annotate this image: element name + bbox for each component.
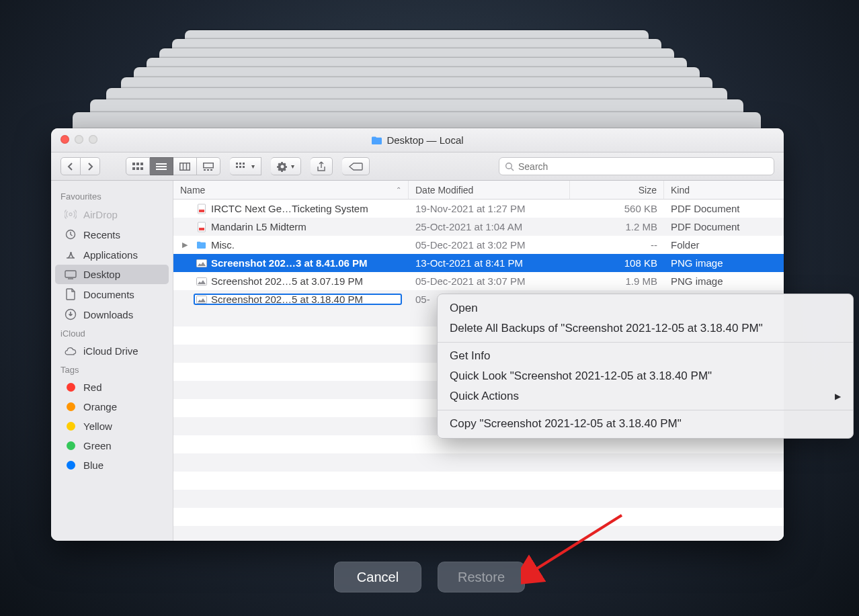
forward-button[interactable] — [81, 157, 100, 175]
restore-button[interactable]: Restore — [438, 562, 525, 592]
svg-point-22 — [506, 163, 512, 169]
sidebar-heading: iCloud — [51, 324, 173, 341]
view-switcher — [126, 157, 220, 175]
back-button[interactable] — [60, 157, 81, 175]
menu-item[interactable]: Quick Actions▶ — [438, 386, 853, 406]
file-size: 1.9 MB — [570, 275, 664, 287]
sidebar-item-label: Blue — [83, 459, 104, 471]
downloads-icon — [65, 308, 77, 320]
svg-rect-12 — [204, 163, 214, 167]
file-row[interactable]: Mandarin L5 Midterm25-Oct-2021 at 1:04 A… — [173, 218, 784, 236]
sidebar-item-label: Yellow — [83, 421, 112, 432]
disclosure-triangle-icon[interactable]: ▶ — [180, 240, 190, 249]
menu-item[interactable]: Quick Look "Screenshot 2021-12-05 at 3.1… — [438, 366, 853, 386]
file-kind: PNG image — [664, 257, 784, 269]
search-input[interactable] — [518, 161, 768, 172]
file-row[interactable]: Screenshot 202…3 at 8.41.06 PM13-Oct-202… — [173, 254, 784, 272]
documents-icon — [65, 288, 77, 300]
column-view-button[interactable] — [173, 157, 197, 175]
desktop-icon — [65, 270, 77, 279]
file-date: 05-Dec-2021 at 3:07 PM — [409, 275, 570, 287]
tag-dot-icon — [65, 441, 77, 450]
menu-item-label: Delete All Backups of "Screenshot 2021-1… — [450, 322, 763, 335]
file-size: 108 KB — [570, 257, 664, 269]
svg-rect-31 — [199, 210, 204, 212]
file-size: -- — [570, 239, 664, 251]
sidebar-item-label: Red — [83, 382, 102, 393]
svg-rect-6 — [156, 163, 167, 165]
close-window-button[interactable] — [60, 135, 69, 144]
maximize-window-button[interactable] — [89, 135, 97, 144]
file-name: IRCTC Next Ge…Ticketing System — [211, 203, 368, 214]
sidebar-item-yellow[interactable]: Yellow — [55, 416, 169, 436]
sidebar-item-orange[interactable]: Orange — [55, 397, 169, 416]
menu-separator — [438, 342, 853, 343]
action-menu-button[interactable]: ▾ — [271, 157, 301, 175]
column-date-modified[interactable]: Date Modified — [409, 181, 570, 199]
tags-button[interactable] — [342, 157, 370, 175]
pdf-file-icon — [196, 204, 207, 214]
svg-rect-18 — [243, 163, 245, 165]
group-by-button[interactable]: ▾ — [230, 157, 261, 175]
file-name: Screenshot 202…5 at 3.07.19 PM — [211, 275, 363, 287]
file-date: 25-Oct-2021 at 1:04 AM — [409, 221, 570, 232]
svg-rect-17 — [239, 163, 241, 165]
airdrop-icon — [65, 208, 77, 220]
context-menu: OpenDelete All Backups of "Screenshot 20… — [437, 294, 854, 439]
svg-point-24 — [69, 213, 72, 216]
menu-item[interactable]: Delete All Backups of "Screenshot 2021-1… — [438, 318, 853, 339]
svg-rect-5 — [140, 167, 143, 170]
sidebar-item-label: iCloud Drive — [83, 345, 138, 357]
sidebar-item-label: Downloads — [83, 309, 133, 320]
file-kind: PDF Document — [664, 221, 784, 232]
file-row[interactable]: Screenshot 202…5 at 3.07.19 PM05-Dec-202… — [173, 272, 784, 290]
sidebar-item-downloads[interactable]: Downloads — [55, 304, 169, 324]
png-file-icon — [196, 294, 207, 305]
sidebar-item-applications[interactable]: ⋏Applications — [55, 245, 169, 265]
svg-rect-14 — [207, 169, 209, 171]
column-size[interactable]: Size — [570, 181, 664, 199]
file-row[interactable]: IRCTC Next Ge…Ticketing System19-Nov-202… — [173, 200, 784, 218]
sidebar-item-airdrop[interactable]: AirDrop — [55, 204, 169, 224]
svg-rect-0 — [132, 163, 135, 165]
sidebar-item-desktop[interactable]: Desktop — [55, 265, 169, 284]
file-size: 1.2 MB — [570, 221, 664, 232]
minimize-window-button[interactable] — [75, 135, 83, 144]
file-name: Screenshot 202…5 at 3.18.40 PM — [211, 294, 363, 305]
file-size: 560 KB — [570, 203, 664, 214]
svg-rect-9 — [180, 163, 190, 170]
svg-rect-13 — [204, 169, 206, 171]
svg-rect-33 — [199, 228, 204, 230]
sidebar-item-icloud-drive[interactable]: iCloud Drive — [55, 341, 169, 361]
column-headers: Name ⌃ Date Modified Size Kind — [173, 181, 784, 200]
search-field[interactable] — [499, 157, 774, 175]
gallery-view-button[interactable] — [197, 157, 220, 175]
menu-item-label: Quick Look "Screenshot 2021-12-05 at 3.1… — [450, 369, 712, 383]
menu-item-label: Copy "Screenshot 2021-12-05 at 3.18.40 P… — [450, 417, 682, 431]
sidebar-item-recents[interactable]: Recents — [55, 224, 169, 245]
sidebar-item-green[interactable]: Green — [55, 436, 169, 455]
menu-item[interactable]: Get Info — [438, 346, 853, 366]
submenu-arrow-icon: ▶ — [835, 392, 841, 401]
sidebar-item-label: Recents — [83, 229, 120, 240]
menu-item-label: Open — [450, 302, 478, 315]
file-date: 05-Dec-2021 at 3:02 PM — [409, 239, 570, 251]
sidebar-item-label: Orange — [83, 401, 117, 412]
sidebar-item-label: Documents — [83, 289, 134, 300]
menu-item[interactable]: Copy "Screenshot 2021-12-05 at 3.18.40 P… — [438, 414, 853, 434]
window-title: Desktop — Local — [386, 134, 463, 146]
file-name: Mandarin L5 Midterm — [211, 221, 306, 232]
icon-view-button[interactable] — [126, 157, 150, 175]
column-kind[interactable]: Kind — [664, 181, 784, 199]
menu-item[interactable]: Open — [438, 298, 853, 318]
file-row[interactable]: ▶Misc.05-Dec-2021 at 3:02 PM--Folder — [173, 236, 784, 254]
list-view-button[interactable] — [150, 157, 173, 175]
share-button[interactable] — [311, 157, 333, 175]
sidebar-item-documents[interactable]: Documents — [55, 284, 169, 304]
sidebar-item-blue[interactable]: Blue — [55, 455, 169, 475]
column-name[interactable]: Name ⌃ — [173, 181, 409, 199]
cancel-button[interactable]: Cancel — [334, 562, 421, 592]
sidebar-item-red[interactable]: Red — [55, 378, 169, 397]
tag-dot-icon — [65, 383, 77, 392]
nav-buttons — [60, 157, 100, 175]
